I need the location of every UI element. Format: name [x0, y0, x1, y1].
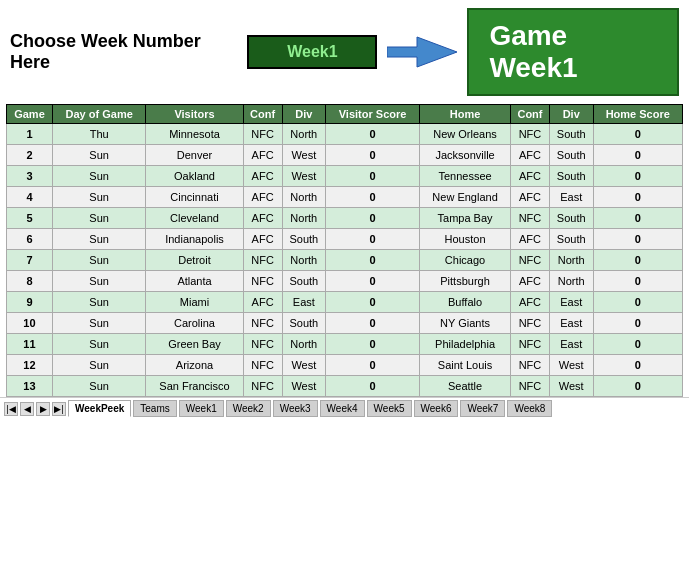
- cell-vconf: NFC: [243, 376, 282, 397]
- cell-hconf: NFC: [511, 313, 550, 334]
- tab-week8[interactable]: Week8: [507, 400, 552, 417]
- cell-hdiv: West: [549, 355, 593, 376]
- cell-vscore: 0: [326, 376, 420, 397]
- cell-visitors: Arizona: [146, 355, 243, 376]
- col-game: Game: [7, 105, 53, 124]
- cell-game: 11: [7, 334, 53, 355]
- tab-prev-btn[interactable]: ◀: [20, 402, 34, 416]
- cell-hdiv: East: [549, 334, 593, 355]
- cell-hdiv: South: [549, 145, 593, 166]
- cell-vconf: AFC: [243, 145, 282, 166]
- tab-week7[interactable]: Week7: [460, 400, 505, 417]
- table-row: 12 Sun Arizona NFC West 0 Saint Louis NF…: [7, 355, 683, 376]
- tab-bar: |◀ ◀ ▶ ▶| WeekPeekTeamsWeek1Week2Week3We…: [0, 397, 689, 419]
- cell-hscore: 0: [593, 166, 683, 187]
- col-day: Day of Game: [52, 105, 145, 124]
- cell-vdiv: West: [282, 166, 326, 187]
- table-row: 4 Sun Cincinnati AFC North 0 New England…: [7, 187, 683, 208]
- cell-vdiv: West: [282, 355, 326, 376]
- table-row: 10 Sun Carolina NFC South 0 NY Giants NF…: [7, 313, 683, 334]
- cell-hconf: AFC: [511, 271, 550, 292]
- tab-week3[interactable]: Week3: [273, 400, 318, 417]
- tab-week6[interactable]: Week6: [414, 400, 459, 417]
- col-vconf: Conf: [243, 105, 282, 124]
- cell-vdiv: North: [282, 334, 326, 355]
- table-container: Game Day of Game Visitors Conf Div Visit…: [0, 104, 689, 397]
- tab-next-btn[interactable]: ▶: [36, 402, 50, 416]
- cell-vdiv: North: [282, 208, 326, 229]
- col-hconf: Conf: [511, 105, 550, 124]
- cell-game: 4: [7, 187, 53, 208]
- cell-hconf: NFC: [511, 124, 550, 145]
- cell-hconf: NFC: [511, 355, 550, 376]
- cell-vscore: 0: [326, 313, 420, 334]
- cell-vscore: 0: [326, 250, 420, 271]
- cell-hdiv: South: [549, 166, 593, 187]
- cell-hscore: 0: [593, 250, 683, 271]
- tab-first-btn[interactable]: |◀: [4, 402, 18, 416]
- tab-week4[interactable]: Week4: [320, 400, 365, 417]
- cell-vscore: 0: [326, 229, 420, 250]
- cell-visitors: Detroit: [146, 250, 243, 271]
- cell-vdiv: East: [282, 292, 326, 313]
- col-hscore: Home Score: [593, 105, 683, 124]
- cell-day: Sun: [52, 355, 145, 376]
- cell-home: NY Giants: [420, 313, 511, 334]
- tab-weekpeek[interactable]: WeekPeek: [68, 400, 131, 417]
- cell-vscore: 0: [326, 187, 420, 208]
- cell-visitors: Denver: [146, 145, 243, 166]
- cell-visitors: Oakland: [146, 166, 243, 187]
- cell-visitors: Minnesota: [146, 124, 243, 145]
- tab-last-btn[interactable]: ▶|: [52, 402, 66, 416]
- tab-week5[interactable]: Week5: [367, 400, 412, 417]
- tab-teams[interactable]: Teams: [133, 400, 176, 417]
- cell-game: 10: [7, 313, 53, 334]
- cell-hscore: 0: [593, 271, 683, 292]
- cell-vconf: NFC: [243, 334, 282, 355]
- cell-vdiv: South: [282, 313, 326, 334]
- cell-day: Sun: [52, 271, 145, 292]
- cell-game: 7: [7, 250, 53, 271]
- cell-hdiv: East: [549, 313, 593, 334]
- cell-home: Philadelphia: [420, 334, 511, 355]
- cell-hconf: AFC: [511, 187, 550, 208]
- cell-day: Sun: [52, 250, 145, 271]
- cell-vscore: 0: [326, 355, 420, 376]
- cell-day: Sun: [52, 334, 145, 355]
- cell-home: Tennessee: [420, 166, 511, 187]
- cell-hconf: AFC: [511, 145, 550, 166]
- table-row: 3 Sun Oakland AFC West 0 Tennessee AFC S…: [7, 166, 683, 187]
- cell-hdiv: East: [549, 292, 593, 313]
- cell-visitors: Atlanta: [146, 271, 243, 292]
- table-row: 8 Sun Atlanta NFC South 0 Pittsburgh AFC…: [7, 271, 683, 292]
- cell-game: 1: [7, 124, 53, 145]
- table-row: 2 Sun Denver AFC West 0 Jacksonville AFC…: [7, 145, 683, 166]
- cell-hscore: 0: [593, 334, 683, 355]
- cell-hconf: AFC: [511, 292, 550, 313]
- cell-game: 8: [7, 271, 53, 292]
- cell-vdiv: South: [282, 271, 326, 292]
- cell-game: 2: [7, 145, 53, 166]
- cell-day: Sun: [52, 166, 145, 187]
- cell-game: 6: [7, 229, 53, 250]
- week-selector[interactable]: Week1: [247, 35, 377, 69]
- cell-hdiv: East: [549, 187, 593, 208]
- arrow-icon: [387, 32, 457, 72]
- cell-visitors: Green Bay: [146, 334, 243, 355]
- cell-visitors: San Francisco: [146, 376, 243, 397]
- cell-vconf: NFC: [243, 250, 282, 271]
- choose-week-label: Choose Week Number Here: [10, 31, 237, 73]
- cell-home: Buffalo: [420, 292, 511, 313]
- col-vscore: Visitor Score: [326, 105, 420, 124]
- cell-hconf: NFC: [511, 334, 550, 355]
- table-row: 9 Sun Miami AFC East 0 Buffalo AFC East …: [7, 292, 683, 313]
- cell-vscore: 0: [326, 208, 420, 229]
- cell-hdiv: South: [549, 124, 593, 145]
- tab-week1[interactable]: Week1: [179, 400, 224, 417]
- cell-vscore: 0: [326, 334, 420, 355]
- cell-hscore: 0: [593, 229, 683, 250]
- tab-week2[interactable]: Week2: [226, 400, 271, 417]
- table-row: 5 Sun Cleveland AFC North 0 Tampa Bay NF…: [7, 208, 683, 229]
- cell-hdiv: West: [549, 376, 593, 397]
- cell-hconf: NFC: [511, 376, 550, 397]
